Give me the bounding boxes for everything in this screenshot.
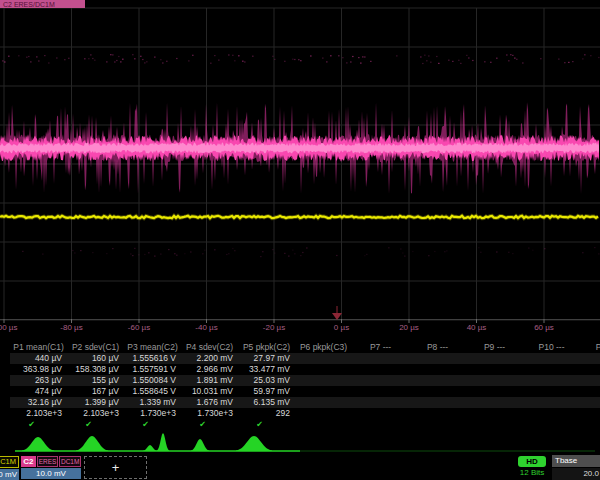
channel-c1-descriptor[interactable]: C1M 0 mV xyxy=(0,456,19,480)
measurement-header[interactable]: P6 pkpk(C3) xyxy=(295,342,352,353)
c1-coupling-badge: C1M xyxy=(0,456,19,468)
measurement-header[interactable]: P3 mean(C2) xyxy=(124,342,181,353)
measurement-value-cell: 10.031 mV xyxy=(181,386,238,397)
trigger-position-marker[interactable] xyxy=(332,313,342,320)
measurement-value-cell: 59.97 mV xyxy=(238,386,295,397)
trace-label-badge: C2 ERES/DC1M xyxy=(0,0,85,8)
status-check-icon: ✔ xyxy=(124,419,181,430)
measurement-value-cell xyxy=(523,408,580,419)
measurement-value-cell xyxy=(580,386,600,397)
measurement-histicon xyxy=(236,436,272,451)
axis-tick-label: -60 µs xyxy=(128,323,150,332)
measurement-value-cell xyxy=(466,364,523,375)
measurement-value-cell xyxy=(580,364,600,375)
measurement-value-cell: 32.16 µV xyxy=(10,397,67,408)
channel-c2-descriptor[interactable]: C2 ERES DC1M 10.0 mV xyxy=(21,456,81,479)
c2-coupling-badge: DC1M xyxy=(59,456,81,467)
measurement-header[interactable]: P5 pkpk(C2) xyxy=(238,342,295,353)
add-trace-button[interactable]: + xyxy=(84,456,147,479)
oscilloscope-screen: C2 ERES/DC1M -100 µs-80 µs-60 µs-40 µs-2… xyxy=(0,0,600,480)
measurement-value-cell xyxy=(409,397,466,408)
measurement-histicon xyxy=(191,439,209,451)
measurement-table: P1 mean(C1)P2 sdev(C1)P3 mean(C2)P4 sdev… xyxy=(10,342,600,430)
measurement-value-cell: 167 µV xyxy=(67,386,124,397)
measurement-header[interactable]: P2 sdev(C1) xyxy=(67,342,124,353)
measurement-value-cell xyxy=(352,353,409,364)
measurement-value-cell xyxy=(295,386,352,397)
table-row: P1 mean(C1)P2 sdev(C1)P3 mean(C2)P4 sdev… xyxy=(10,342,600,353)
timebase-axis-labels: -100 µs-80 µs-60 µs-40 µs-20 µs0 µs20 µs… xyxy=(0,323,600,335)
measurement-histicon xyxy=(22,437,54,451)
timebase-title: Tbase xyxy=(552,455,600,467)
measurement-value-cell: 158.308 µV xyxy=(67,364,124,375)
measurement-value-cell: 1.339 mV xyxy=(124,397,181,408)
measurement-header[interactable]: P10 --- xyxy=(523,342,580,353)
measurement-histicon xyxy=(157,433,169,451)
measurement-header[interactable]: P8 --- xyxy=(409,342,466,353)
axis-tick-label: 40 µs xyxy=(467,323,487,332)
measurement-value-cell: 2.200 mV xyxy=(181,353,238,364)
measurement-value-cell: 474 µV xyxy=(10,386,67,397)
table-row: 363.98 µV158.308 µV1.557591 V2.966 mV33.… xyxy=(10,364,600,375)
table-row: ✔✔✔✔✔ xyxy=(10,419,600,430)
status-check-icon xyxy=(466,419,523,430)
measurement-value-cell xyxy=(466,353,523,364)
table-row: 2.103e+32.103e+31.730e+31.730e+3292 xyxy=(10,408,600,419)
measurement-value-cell: 1.550084 V xyxy=(124,375,181,386)
measurement-value-cell xyxy=(352,386,409,397)
measurement-value-cell: 1.399 µV xyxy=(67,397,124,408)
status-check-icon xyxy=(295,419,352,430)
measurement-value-cell: 6.135 mV xyxy=(238,397,295,408)
measurement-value-cell xyxy=(295,375,352,386)
measurement-value-cell xyxy=(409,353,466,364)
measurement-value-cell: 155 µV xyxy=(67,375,124,386)
measurement-value-cell xyxy=(523,386,580,397)
measurement-value-cell: 1.558645 V xyxy=(124,386,181,397)
measurement-value-cell: 1.891 mV xyxy=(181,375,238,386)
hd-mode-badge[interactable]: HD xyxy=(518,456,546,467)
measurement-value-cell: 27.97 mV xyxy=(238,353,295,364)
status-check-icon: ✔ xyxy=(181,419,238,430)
axis-tick-label: -40 µs xyxy=(195,323,217,332)
status-check-icon: ✔ xyxy=(10,419,67,430)
c2-scale-value: 10.0 mV xyxy=(21,468,81,479)
measurement-value-cell xyxy=(295,397,352,408)
measurement-value-cell: 1.730e+3 xyxy=(124,408,181,419)
measurement-header[interactable]: P1 mean(C1) xyxy=(10,342,67,353)
measurement-header[interactable]: P4 sdev(C2) xyxy=(181,342,238,353)
measurement-header[interactable]: P9 --- xyxy=(466,342,523,353)
table-row: 474 µV167 µV1.558645 V10.031 mV59.97 mV xyxy=(10,386,600,397)
axis-tick-label: 60 µs xyxy=(534,323,554,332)
measurement-value-cell xyxy=(352,364,409,375)
status-check-icon xyxy=(580,419,600,430)
timebase-value: 20.0 xyxy=(552,468,600,480)
measurement-value-cell xyxy=(523,397,580,408)
measurement-value-cell xyxy=(580,375,600,386)
measurement-value-cell xyxy=(580,397,600,408)
measurement-value-cell xyxy=(523,364,580,375)
timebase-descriptor[interactable]: Tbase 20.0 xyxy=(552,455,600,480)
measurement-value-cell xyxy=(523,375,580,386)
measurement-value-cell xyxy=(409,364,466,375)
measurement-value-cell xyxy=(409,386,466,397)
status-check-icon xyxy=(409,419,466,430)
measurement-value-cell xyxy=(352,408,409,419)
measurement-value-cell: 2.103e+3 xyxy=(10,408,67,419)
measurement-value-cell xyxy=(409,408,466,419)
axis-tick-label: 20 µs xyxy=(399,323,419,332)
c2-eres-badge: ERES xyxy=(37,456,58,467)
measurement-value-cell: 1.730e+3 xyxy=(181,408,238,419)
measurement-header[interactable]: P7 --- xyxy=(352,342,409,353)
measurement-value-cell xyxy=(352,397,409,408)
table-row: 263 µV155 µV1.550084 V1.891 mV25.03 mV xyxy=(10,375,600,386)
measurement-value-cell: 160 µV xyxy=(67,353,124,364)
measurement-value-cell xyxy=(352,375,409,386)
measurement-value-cell xyxy=(295,408,352,419)
measurement-value-cell: 2.966 mV xyxy=(181,364,238,375)
measurement-value-cell xyxy=(466,397,523,408)
measurement-value-cell: 292 xyxy=(238,408,295,419)
measurement-header[interactable]: P11 --- xyxy=(580,342,600,353)
measurement-value-cell: 33.477 mV xyxy=(238,364,295,375)
status-check-icon xyxy=(523,419,580,430)
measurement-value-cell xyxy=(580,353,600,364)
